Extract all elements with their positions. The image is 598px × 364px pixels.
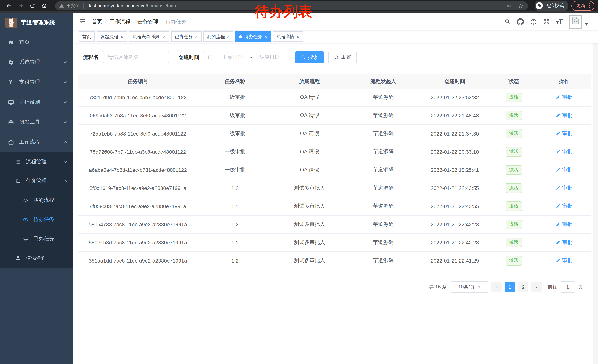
starter-cell: 芋道源码 — [347, 179, 420, 197]
table-row: 75d72608-7b7f-11ec-a3c8-acde48001122 一级审… — [78, 143, 590, 161]
search-button[interactable]: 搜索 — [295, 51, 324, 63]
reload-icon — [29, 3, 35, 8]
status-cell: 激活 — [490, 143, 538, 161]
sidebar-item-workflow[interactable]: 工作流程 — [0, 132, 73, 152]
sidebar-item-process-mgmt[interactable]: 流程管理 — [0, 152, 73, 171]
page-button-1[interactable]: 1 — [505, 282, 515, 292]
close-icon[interactable]: × — [120, 34, 123, 39]
edit-pencil-icon — [556, 168, 561, 172]
created-cell: 2022-01-22 20:33:10 — [420, 143, 490, 161]
status-badge: 激活 — [506, 183, 522, 193]
task-name-cell: 1.1 — [198, 234, 272, 252]
font-size-icon[interactable]: TT — [556, 18, 563, 25]
created-cell: 2022-01-21 22:43:55 — [420, 179, 490, 197]
url-bar[interactable]: 不安全 dashboard.yudao.iocoder.cn/bpm/task/… — [55, 1, 528, 10]
tab-home[interactable]: 首页 — [79, 32, 95, 42]
sidebar-item-system[interactable]: 系统管理 — [0, 52, 73, 72]
close-icon[interactable]: × — [195, 34, 198, 39]
page-button-2[interactable]: 2 — [518, 282, 528, 292]
page-scrollbar[interactable] — [593, 30, 598, 364]
avatar[interactable] — [569, 15, 582, 28]
fullscreen-icon[interactable] — [543, 18, 550, 25]
breadcrumb-item[interactable]: 任务管理 — [138, 18, 158, 25]
sidebar-item-todo-task[interactable]: 待办任务 — [0, 210, 73, 229]
close-icon[interactable]: × — [296, 34, 299, 39]
tab-form-edit[interactable]: 流程表单-编辑× — [129, 32, 169, 42]
workflow-submenu: 流程管理 任务管理 我的流程 — [0, 152, 73, 268]
user-menu[interactable] — [569, 15, 588, 28]
sidebar-item-devtools[interactable]: 研发工具 — [0, 112, 73, 132]
monitor-icon — [8, 99, 14, 105]
next-page-button[interactable]: › — [531, 282, 542, 292]
approve-link[interactable]: 审批 — [556, 94, 573, 101]
table-row: 381aa1dd-7ac8-11ec-a9e2-a2380e71991a 1.2… — [78, 252, 590, 270]
browser-home-button[interactable] — [39, 1, 49, 11]
browser-update-button[interactable]: 更新 — [571, 1, 594, 11]
approve-link[interactable]: 审批 — [556, 221, 573, 228]
table-row: 73211d9d-7b9b-11ec-b5b7-acde48001122 一级审… — [78, 89, 590, 106]
process-cell: OA 请假 — [272, 89, 347, 106]
task-id-cell: 8f0d1619-7ac8-11ec-a9e2-a2380e71991a — [78, 179, 198, 197]
action-cell: 审批 — [538, 89, 590, 106]
browser-toolbar: 不安全 dashboard.yudao.iocoder.cn/bpm/task/… — [0, 0, 598, 11]
sidebar-item-leave-query[interactable]: 请假查询 — [0, 249, 73, 268]
approve-link[interactable]: 审批 — [556, 148, 573, 155]
sidebar-item-my-process[interactable]: 我的流程 — [0, 191, 73, 210]
tab-my-process[interactable]: 我的流程× — [203, 32, 234, 42]
browser-forward-button[interactable] — [16, 1, 25, 11]
approve-link[interactable]: 审批 — [556, 203, 573, 210]
sidebar-item-task-mgmt[interactable]: 任务管理 — [0, 171, 73, 191]
tab-process-detail[interactable]: 流程详情× — [273, 32, 303, 42]
prev-page-button[interactable]: ‹ — [491, 282, 502, 292]
sidebar-item-payment[interactable]: ¥ 支付管理 — [0, 72, 73, 92]
process-name-label: 流程名 — [83, 54, 99, 61]
password-key-icon[interactable] — [507, 3, 512, 8]
sidebar-item-home[interactable]: 首页 — [0, 32, 73, 52]
approve-link[interactable]: 审批 — [556, 239, 573, 246]
reset-button[interactable]: 重置 — [328, 51, 357, 63]
table-row: 069c6a63-7b8a-11ec-8ef0-acde48001122 一级审… — [78, 106, 590, 125]
sidebar-item-label: 系统管理 — [19, 59, 40, 65]
approve-link[interactable]: 审批 — [556, 112, 573, 119]
github-icon[interactable] — [517, 18, 524, 25]
date-range-input[interactable]: 开始日期 - 结束日期 — [204, 51, 291, 63]
tab-done-task[interactable]: 已办任务× — [171, 32, 201, 42]
goto-page-input[interactable]: 1 — [560, 281, 575, 292]
page-size-select[interactable]: 10条/页 — [450, 281, 488, 292]
close-icon[interactable]: × — [227, 34, 230, 39]
close-icon[interactable]: × — [264, 34, 267, 39]
tab-start-process[interactable]: 发起流程× — [97, 32, 127, 42]
toolbar-lower-strip — [0, 11, 598, 13]
breadcrumb-item[interactable]: 工作流程 — [109, 18, 130, 25]
created-cell: 2022-01-22 23:53:32 — [420, 89, 490, 106]
col-status: 状态 — [490, 74, 538, 89]
breadcrumb-item[interactable]: 首页 — [92, 18, 102, 25]
tab-label: 流程表单-编辑 — [133, 33, 161, 40]
sidebar-item-done-task[interactable]: 已办任务 — [0, 229, 73, 249]
starter-cell: 芋道源码 — [347, 106, 420, 125]
table-row: 580e1b3d-7ac8-11ec-a9e2-a2380e71991a 1.1… — [78, 234, 590, 252]
status-cell: 激活 — [490, 89, 538, 106]
sidebar-item-infra[interactable]: 基础设施 — [0, 92, 73, 112]
task-name-cell: 一级审批 — [198, 89, 272, 106]
browser-back-button[interactable] — [4, 1, 13, 11]
approve-link[interactable]: 审批 — [556, 257, 573, 264]
close-icon[interactable]: × — [163, 34, 166, 39]
tab-todo-task[interactable]: 待办任务× — [235, 32, 271, 42]
browser-menu-icon[interactable] — [588, 3, 591, 9]
process-name-input[interactable]: 请输入流程名 — [103, 51, 169, 63]
app-logo[interactable]: 芋道管理系统 — [0, 13, 73, 32]
task-id-cell: a6aba0a4-7b6d-11ec-b781-acde48001122 — [78, 161, 198, 179]
approve-link[interactable]: 审批 — [556, 185, 573, 191]
bookmark-star-icon[interactable] — [518, 3, 523, 8]
browser-reload-button[interactable] — [27, 1, 37, 11]
approve-link[interactable]: 审批 — [556, 130, 573, 137]
task-name-cell: 1.2 — [198, 179, 272, 197]
tab-label: 我的流程 — [207, 33, 225, 40]
help-icon[interactable] — [530, 18, 537, 25]
created-cell: 2022-01-21 22:41:29 — [420, 252, 490, 270]
placeholder-text: 请输入流程名 — [108, 54, 139, 61]
approve-link[interactable]: 审批 — [556, 167, 573, 173]
sidebar-collapse-icon[interactable] — [79, 18, 87, 26]
search-icon[interactable] — [505, 18, 511, 25]
